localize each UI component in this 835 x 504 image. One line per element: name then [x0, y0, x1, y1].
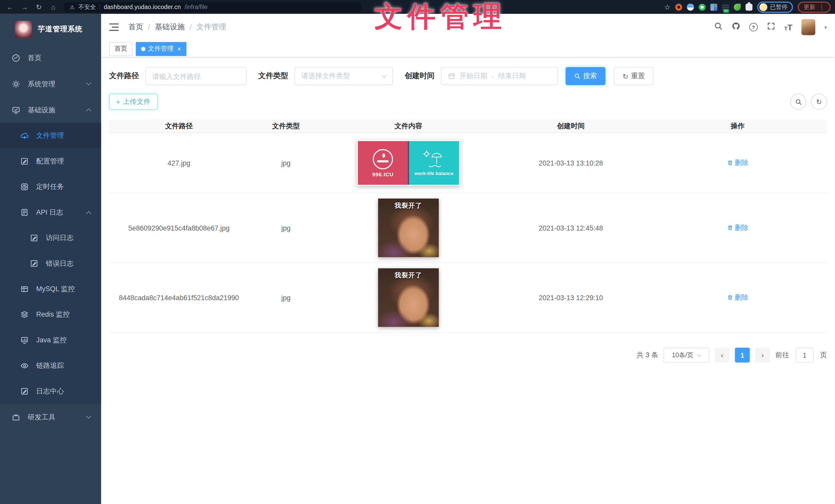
sidebar-item-error-log[interactable]: 错误日志 [0, 251, 101, 276]
table-row: 5e8609290e915c4fa8b08e67.jpg jpg 我裂开了 20… [109, 193, 827, 263]
logo-image [15, 21, 32, 38]
date-range-separator: - [491, 72, 494, 80]
url-host: dashboard.yudao.iocoder.cn [104, 4, 181, 10]
cell-file-type: jpg [249, 159, 323, 167]
page-size-select[interactable]: 10条/页 [664, 348, 709, 363]
github-icon[interactable] [731, 22, 740, 33]
sidebar-item-config-management[interactable]: 配置管理 [0, 149, 101, 174]
extension-icon-grid[interactable] [710, 3, 717, 10]
sidebar-item-api-log[interactable]: API 日志 [0, 200, 101, 225]
refresh-table-button[interactable]: ↻ [811, 94, 827, 110]
file-table: 文件路径 文件类型 文件内容 创建时间 操作 427.jpg jpg [109, 119, 827, 333]
browser-nav: ← → ↻ ⌂ [0, 3, 63, 11]
filter-form: 文件路径 文件类型 请选择文件类型 创建时间 开始日期 - 结束日期 [109, 67, 827, 85]
browser-update-button[interactable]: 更新 ⋮ [798, 1, 831, 12]
banner-right-caption: work-life balance [415, 171, 453, 176]
browser-back-button[interactable]: ← [5, 3, 15, 11]
sidebar-item-java-monitor[interactable]: Java 监控 [0, 328, 101, 353]
file-type-placeholder: 请选择文件类型 [301, 71, 350, 81]
help-icon[interactable]: ? [749, 23, 758, 31]
banner-996-right: work-life balance [409, 141, 459, 185]
sidebar-item-infrastructure[interactable]: 基础设施 [0, 97, 101, 123]
edit-square-icon [20, 387, 29, 396]
reset-button[interactable]: ↻ 重置 [614, 67, 653, 85]
sidebar-item-system[interactable]: 系统管理 [0, 71, 101, 97]
sidebar-item-label: 系统管理 [28, 79, 56, 89]
sidebar-item-access-log[interactable]: 访问日志 [0, 225, 101, 251]
extension-icon-leaf[interactable] [734, 3, 741, 10]
upload-file-button[interactable]: + 上传文件 [109, 94, 158, 110]
chevron-up-icon [86, 211, 91, 216]
extension-icon-blue[interactable] [687, 3, 694, 10]
calendar-icon [448, 72, 455, 80]
app-title: 芋道管理系统 [38, 24, 83, 34]
browser-forward-button[interactable]: → [20, 3, 29, 11]
fullscreen-icon[interactable] [767, 22, 775, 33]
tag-close-icon[interactable]: × [177, 45, 181, 52]
toggle-search-button[interactable] [790, 94, 806, 110]
search-icon[interactable] [714, 22, 722, 33]
browser-reload-button[interactable]: ↻ [34, 3, 44, 11]
file-type-select[interactable]: 请选择文件类型 [294, 67, 393, 85]
breadcrumb-home[interactable]: 首页 [128, 22, 143, 32]
column-header-path: 文件路径 [109, 121, 249, 130]
sidebar-item-tracing[interactable]: 链路追踪 [0, 353, 101, 378]
browser-profile-badge[interactable]: 已暂停 [757, 1, 793, 12]
sidebar-item-home[interactable]: 首页 [0, 45, 101, 71]
goto-page-input[interactable] [796, 348, 814, 363]
column-header-action: 操作 [648, 121, 827, 130]
browser-menu-dots-icon[interactable]: ⋮ [818, 3, 825, 10]
cell-file-type: jpg [249, 294, 323, 301]
cell-action: 删除 [648, 158, 827, 168]
current-page-button[interactable]: 1 [735, 348, 750, 363]
cell-file-path: 8448cada8c714e4ab61f521c8da21990 [109, 294, 249, 301]
search-button[interactable]: 搜索 [566, 67, 606, 85]
column-header-type: 文件类型 [249, 121, 323, 130]
bookmark-star-icon[interactable]: ☆ [664, 3, 670, 11]
delete-button[interactable]: 删除 [727, 158, 748, 168]
page-content: 文件路径 文件类型 请选择文件类型 创建时间 开始日期 - 结束日期 [101, 58, 835, 372]
extension-icon-green[interactable] [699, 3, 706, 10]
user-menu-caret-icon[interactable]: ▾ [824, 24, 827, 30]
delete-label: 删除 [734, 293, 748, 302]
breadcrumb-infrastructure[interactable]: 基础设施 [155, 22, 185, 32]
sidebar-item-mysql-monitor[interactable]: MySQL 监控 [0, 276, 101, 302]
sidebar-item-file-management[interactable]: 文件管理 [0, 123, 101, 148]
sidebar-item-dev-tools[interactable]: 研发工具 [0, 404, 101, 430]
update-label: 更新 [803, 3, 815, 11]
extension-icon-orange[interactable] [675, 3, 682, 10]
address-bar[interactable]: ⚠ 不安全 dashboard.yudao.iocoder.cn/infra/f… [63, 2, 362, 12]
delete-button[interactable]: 删除 [727, 293, 748, 302]
chart-monitor-icon [20, 336, 29, 344]
browser-home-button[interactable]: ⌂ [48, 3, 58, 11]
sidebar-logo[interactable]: 芋道管理系统 [0, 14, 101, 45]
eye-icon [20, 361, 29, 370]
cell-file-content: 我裂开了 [323, 193, 494, 262]
prev-page-button[interactable]: ‹ [715, 348, 730, 363]
log-document-icon [20, 208, 29, 217]
delete-button[interactable]: 删除 [727, 223, 748, 233]
tag-home[interactable]: 首页 [109, 42, 133, 56]
timer-icon [20, 183, 29, 191]
sidebar-item-label: 访问日志 [46, 233, 74, 243]
security-label[interactable]: 不安全 [78, 3, 96, 11]
end-date-placeholder[interactable]: 结束日期 [498, 71, 526, 81]
extensions-puzzle-icon[interactable] [746, 3, 752, 10]
sidebar-item-redis-monitor[interactable]: Redis 监控 [0, 302, 101, 327]
start-date-placeholder[interactable]: 开始日期 [460, 71, 487, 81]
table-row: 8448cada8c714e4ab61f521c8da21990 jpg 我裂开… [109, 263, 827, 333]
tag-file-management[interactable]: 文件管理 × [136, 42, 186, 56]
file-type-label: 文件类型 [258, 71, 288, 81]
cell-file-content: 我裂开了 [323, 263, 494, 332]
hamburger-menu-icon[interactable] [109, 23, 119, 31]
extension-icon-switch-on[interactable] [722, 3, 729, 10]
file-path-input[interactable] [145, 67, 247, 85]
next-page-button[interactable]: › [755, 348, 770, 363]
sidebar-item-log-center[interactable]: 日志中心 [0, 379, 101, 404]
sidebar-item-scheduled-tasks[interactable]: 定时任务 [0, 174, 101, 200]
user-avatar[interactable] [801, 19, 815, 35]
font-size-icon[interactable]: TT [785, 23, 793, 31]
goto-unit-label: 页 [820, 350, 827, 360]
date-range-picker[interactable]: 开始日期 - 结束日期 [441, 67, 558, 85]
browser-toolbar-right: ☆ 已暂停 更新 ⋮ [664, 1, 835, 12]
